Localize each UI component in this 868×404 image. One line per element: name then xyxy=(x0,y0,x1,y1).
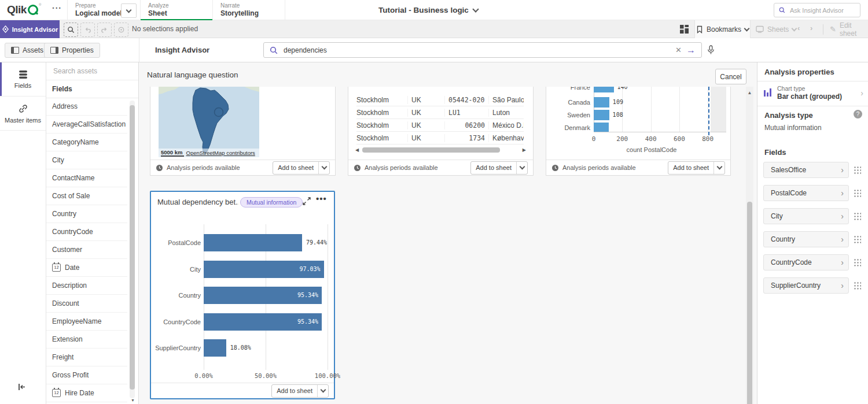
card-more-menu-icon[interactable]: ••• xyxy=(316,194,327,203)
chevron-down-icon[interactable] xyxy=(317,385,328,397)
natural-language-search[interactable]: ✕ → xyxy=(263,42,702,58)
rail-item-fields[interactable]: Fields xyxy=(0,62,46,97)
natural-language-input[interactable] xyxy=(282,46,671,55)
step-forward-button[interactable] xyxy=(97,23,112,37)
field-chip-suppliercountry[interactable]: SupplierCountry› xyxy=(763,277,849,294)
drag-handle-icon[interactable] xyxy=(853,281,861,291)
previous-sheet-button[interactable]: ‹ xyxy=(797,24,800,32)
field-item-countrycode[interactable]: CountryCode xyxy=(46,223,127,241)
bar[interactable] xyxy=(594,87,614,92)
field-chip-salesoffice[interactable]: SalesOffice› xyxy=(763,162,849,178)
app-title-menu[interactable]: Tutorial - Business logic xyxy=(347,0,509,20)
asset-search-box[interactable] xyxy=(46,62,138,80)
cancel-button[interactable]: Cancel xyxy=(715,69,746,84)
scroll-left-icon[interactable]: ◀ xyxy=(355,147,359,153)
table-horizontal-scrollbar[interactable]: ◀ ▶ xyxy=(355,146,526,154)
field-item-country[interactable]: Country xyxy=(46,205,127,223)
field-item-customer[interactable]: Customer xyxy=(46,241,127,259)
bar[interactable] xyxy=(594,123,609,132)
ask-insight-advisor-input[interactable] xyxy=(789,6,855,14)
qlik-logo[interactable]: Qlik ® xyxy=(7,3,41,17)
field-item-discount[interactable]: Discount xyxy=(46,295,127,313)
drag-handle-icon[interactable] xyxy=(853,188,861,198)
sheets-button[interactable]: Sheets xyxy=(756,20,796,38)
chart-type-row[interactable]: Chart type Bar chart (grouped) › xyxy=(757,81,868,106)
bar[interactable] xyxy=(204,339,226,357)
bar[interactable] xyxy=(204,234,302,251)
help-icon[interactable]: ? xyxy=(854,110,862,118)
submit-search-icon[interactable]: → xyxy=(686,46,696,54)
bar[interactable] xyxy=(594,97,609,108)
map-chart-card[interactable]: 5000 km OpenStreetMap contributors Analy… xyxy=(150,87,336,176)
table-row[interactable]: StockholmUK1734København xyxy=(356,132,524,144)
osm-attribution-link[interactable]: OpenStreetMap contributors xyxy=(186,150,255,156)
chevron-down-icon[interactable] xyxy=(713,162,724,174)
edit-sheet-button[interactable]: ✎ Edit sheet xyxy=(830,20,868,38)
fields-scrollbar[interactable] xyxy=(130,101,135,398)
field-item-averagecallsatisfaction[interactable]: AverageCallSatisfaction xyxy=(46,116,127,134)
table-row[interactable]: StockholmUK05442-020São Paulo xyxy=(356,94,524,106)
nav-prepare[interactable]: Prepare Logical model xyxy=(67,0,141,20)
nav-narrate[interactable]: Narrate Storytelling xyxy=(213,0,285,20)
scrollbar-thumb[interactable] xyxy=(130,105,135,390)
scroll-right-icon[interactable]: ▶ xyxy=(523,147,526,153)
map-chart[interactable]: 5000 km OpenStreetMap contributors xyxy=(159,87,259,157)
clear-search-icon[interactable]: ✕ xyxy=(675,46,682,54)
ask-insight-advisor-search[interactable] xyxy=(774,3,860,17)
scroll-up-icon[interactable]: ▲ xyxy=(746,90,753,95)
bar[interactable] xyxy=(594,110,609,120)
expand-icon[interactable] xyxy=(303,197,311,205)
field-item-cost-of-sale[interactable]: Cost of Sale xyxy=(46,187,127,205)
table-row[interactable]: StockholmUKLU1Luton xyxy=(356,106,524,119)
mutual-dependency-card[interactable]: Mutual dependency bet... Mutual informat… xyxy=(150,191,335,399)
step-back-button[interactable] xyxy=(80,23,95,37)
drag-handle-icon[interactable] xyxy=(853,165,861,175)
microphone-icon[interactable] xyxy=(707,45,715,55)
add-to-sheet-button[interactable]: Add to sheet xyxy=(271,384,329,398)
chevron-down-icon[interactable] xyxy=(318,162,329,174)
field-item-extension[interactable]: Extension xyxy=(46,331,127,349)
table-row[interactable]: StockholmUK06200México D.F. xyxy=(356,119,524,132)
chevron-down-icon[interactable] xyxy=(516,162,527,174)
next-sheet-button[interactable]: › xyxy=(810,24,812,32)
insight-advisor-button[interactable]: Insight Advisor xyxy=(0,20,60,38)
drag-handle-icon[interactable] xyxy=(853,212,861,221)
field-item-gross-profit[interactable]: Gross Profit xyxy=(46,366,127,384)
field-chip-country[interactable]: Country› xyxy=(763,231,849,247)
collapse-panel-button[interactable] xyxy=(17,383,26,391)
main-scrollbar[interactable]: ▲ xyxy=(746,87,753,404)
asset-search-input[interactable] xyxy=(52,66,133,76)
field-chip-postalcode[interactable]: PostalCode› xyxy=(763,185,849,201)
global-more-menu-icon[interactable]: ··· xyxy=(52,3,62,13)
scrollbar-thumb[interactable] xyxy=(362,147,500,153)
rail-item-master-items[interactable]: Master items xyxy=(0,97,46,131)
bar-chart-card[interactable]: count PostalCode 0200400600800France140C… xyxy=(546,87,731,176)
bookmarks-button[interactable]: Bookmarks xyxy=(694,20,751,38)
smart-search-button[interactable] xyxy=(64,23,78,37)
field-item-description[interactable]: Description xyxy=(46,277,127,295)
drag-handle-icon[interactable] xyxy=(853,235,861,244)
clear-selections-button[interactable] xyxy=(114,23,128,37)
add-to-sheet-button[interactable]: Add to sheet xyxy=(470,161,528,175)
field-item-freight[interactable]: Freight xyxy=(46,349,127,366)
field-chip-countrycode[interactable]: CountryCode› xyxy=(763,254,849,270)
field-chip-city[interactable]: City› xyxy=(763,208,849,224)
field-item-address[interactable]: Address xyxy=(46,98,127,116)
add-to-sheet-button[interactable]: Add to sheet xyxy=(273,161,330,175)
scroll-down-icon[interactable]: ▼ xyxy=(131,398,135,402)
assets-tab[interactable]: Assets xyxy=(5,43,50,58)
table-chart-card[interactable]: StockholmUK05442-020São PauloStockholmUK… xyxy=(348,87,534,176)
field-item-hire-date[interactable]: 12Hire Date xyxy=(46,384,127,402)
field-item-contactname[interactable]: ContactName xyxy=(46,169,127,187)
field-item-employeename[interactable]: EmployeeName xyxy=(46,313,127,331)
add-to-sheet-button[interactable]: Add to sheet xyxy=(668,161,725,175)
field-item-categoryname[interactable]: CategoryName xyxy=(46,134,127,151)
properties-tab[interactable]: Properties xyxy=(44,43,100,58)
prepare-dropdown-button[interactable] xyxy=(121,3,137,18)
app-objects-grid-icon[interactable] xyxy=(679,24,689,34)
field-item-city[interactable]: City xyxy=(46,151,127,169)
nav-analyze[interactable]: Analyze Sheet xyxy=(141,0,213,20)
scrollbar-thumb[interactable] xyxy=(747,202,752,404)
field-item-date[interactable]: 12Date xyxy=(46,259,127,277)
drag-handle-icon[interactable] xyxy=(853,258,861,268)
